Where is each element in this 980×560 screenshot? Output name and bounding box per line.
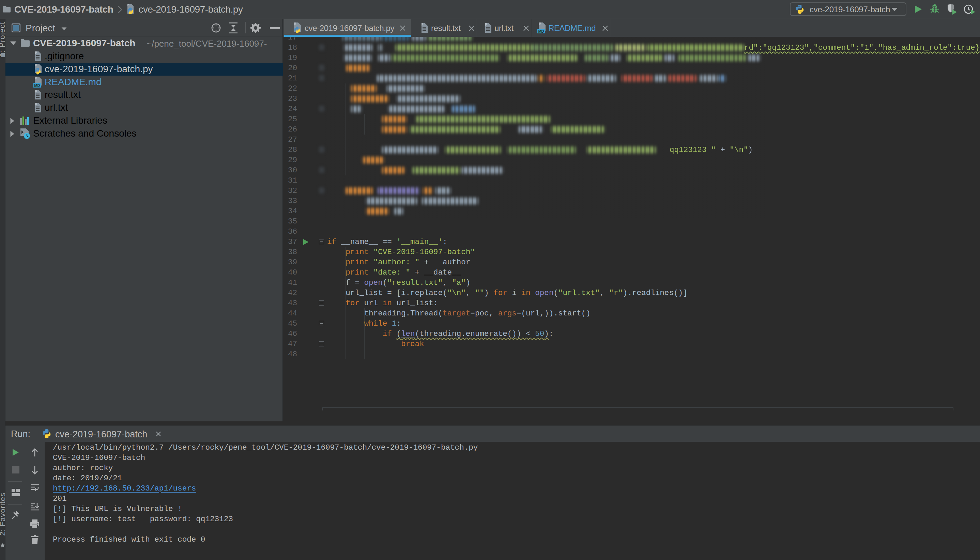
svg-text:MD: MD xyxy=(538,29,544,33)
svg-text:MD: MD xyxy=(34,83,40,88)
